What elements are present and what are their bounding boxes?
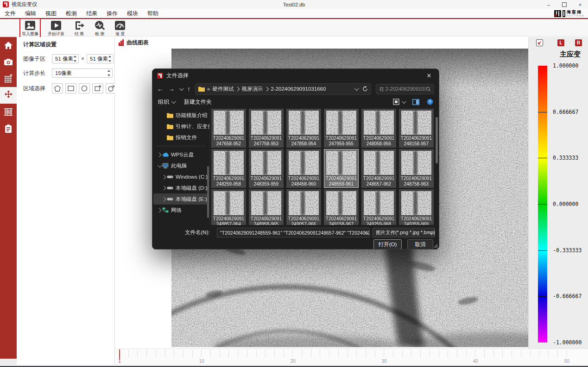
file-thumbnail: [214, 151, 244, 175]
expand-chevron-icon[interactable]: [161, 186, 166, 190]
recent-locations-chevron-icon[interactable]: [179, 86, 184, 91]
tree-item[interactable]: 本地磁盘 (E:): [153, 193, 209, 205]
toolbar-speed-button[interactable]: 速 度: [113, 19, 127, 38]
filename-input[interactable]: "T20240629091248559-961" "T2024062909124…: [217, 228, 370, 237]
file-tile-T20240629091248058-956[interactable]: T20240629091 248058-956: [361, 109, 396, 148]
dialog-title-bar[interactable]: 文件选择 ✕: [152, 69, 439, 82]
file-scrollbar[interactable]: [436, 110, 438, 221]
spinner-arrows-icon[interactable]: [107, 70, 110, 76]
sidebar-item-mesh[interactable]: [0, 87, 17, 104]
timeline-label-10: 10: [199, 359, 204, 364]
region-tool-polygon-button[interactable]: [52, 83, 63, 93]
expand-chevron-icon[interactable]: [157, 152, 161, 157]
file-tile-T20240629091248259-958[interactable]: T20240629091 248259-958: [211, 149, 246, 188]
collapse-chevron-icon[interactable]: [157, 163, 162, 168]
file-tile-T20240629091248458-960[interactable]: T20240629091 248458-960: [286, 149, 321, 188]
tree-item[interactable]: 此电脑: [153, 160, 209, 171]
tree-item[interactable]: Windows (C:): [153, 171, 209, 182]
dialog-close-button[interactable]: ✕: [419, 69, 439, 82]
sidebar-item-report[interactable]: [0, 120, 17, 137]
region-tool-circle-button[interactable]: [79, 83, 90, 93]
resize-grip[interactable]: [434, 244, 437, 248]
subset-height-spinner[interactable]: 51 像素: [87, 54, 114, 63]
file-tile-T20240629091248857-964[interactable]: T20240629091 248857-964: [211, 189, 246, 228]
tree-item[interactable]: 报销文件: [153, 132, 209, 143]
file-tile-T20240629091248958-965[interactable]: T20240629091 248958-965: [249, 189, 284, 228]
forward-button[interactable]: →: [168, 86, 175, 92]
sidebar-item-grid-edit[interactable]: [0, 70, 17, 87]
sidebar-item-camera[interactable]: [0, 54, 17, 70]
breadcrumb-item[interactable]: 2-20240629091031660: [271, 86, 326, 92]
expand-chevron-icon[interactable]: [161, 174, 166, 179]
timeline-label-1: 1: [118, 359, 121, 364]
subset-width-spinner[interactable]: 51 像素: [52, 54, 79, 63]
region-tool-erase-rect-button[interactable]: [92, 83, 103, 93]
address-bar[interactable]: « 硬件测试 视屏演示 2-20240629091031660: [195, 83, 371, 95]
search-input[interactable]: 在 2-2024062909103166...: [376, 84, 434, 94]
maximize-button[interactable]: [556, 0, 572, 9]
right-camera-button[interactable]: R: [575, 39, 582, 46]
file-tile-T20240629091248657-962[interactable]: T20240629091 248657-962: [361, 149, 396, 188]
timeline-cursor[interactable]: [119, 349, 120, 359]
tree-item[interactable]: 网络: [153, 205, 209, 216]
menu-item-6[interactable]: 操作: [102, 9, 122, 18]
sidebar-item-home[interactable]: [0, 37, 17, 54]
menu-item-3[interactable]: 视图: [41, 9, 61, 18]
back-button[interactable]: ←: [157, 86, 164, 92]
file-tile-T20240629091249057-966[interactable]: T20240629091 249057-966: [286, 189, 321, 228]
refresh-icon[interactable]: [362, 86, 368, 92]
minimize-button[interactable]: –: [541, 0, 556, 9]
file-thumbnail: [214, 111, 244, 135]
tree-item[interactable]: 本地磁盘 (D:): [153, 182, 209, 193]
file-tile-T20240629091248158-957[interactable]: T20240629091 248158-957: [399, 109, 434, 148]
menu-item-2[interactable]: 编辑: [20, 9, 41, 18]
toolbar-import-image-button[interactable]: 导入图像: [20, 19, 40, 38]
file-tile-T20240629091247959-955[interactable]: T20240629091 247959-955: [324, 109, 359, 148]
sidebar-item-extensometer[interactable]: [0, 104, 17, 120]
tree-item[interactable]: WPS云盘: [153, 149, 209, 160]
new-folder-button[interactable]: 新建文件夹: [184, 98, 212, 106]
view-mode-button[interactable]: [393, 99, 405, 105]
file-tile-T20240629091248559-961[interactable]: T20240629091 248559-961: [324, 149, 359, 188]
toolbar-inspect-button[interactable]: 检 测: [93, 19, 107, 38]
file-tile-T20240629091247858-954[interactable]: T20240629091 247858-954: [286, 109, 321, 148]
organize-button[interactable]: 组织: [158, 98, 175, 106]
file-tile-T20240629091247758-953[interactable]: T20240629091 247758-953: [249, 109, 284, 148]
menu-item-8[interactable]: 帮助: [143, 9, 163, 18]
dock-left-button[interactable]: [536, 39, 543, 46]
file-tile-T20240629091248758-963[interactable]: T20240629091 248758-963: [399, 149, 434, 188]
menu-item-7[interactable]: 模块: [122, 9, 143, 18]
preview-pane-icon[interactable]: [412, 99, 419, 105]
menu-item-4[interactable]: 检测: [61, 9, 82, 18]
expand-chevron-icon[interactable]: [157, 208, 161, 212]
breadcrumb-item[interactable]: 视屏演示: [241, 86, 263, 93]
region-tool-rectangle-button[interactable]: [65, 83, 76, 93]
cancel-button[interactable]: 取消: [407, 239, 433, 249]
close-button[interactable]: ×: [572, 0, 588, 9]
file-tile-T20240629091247658-952[interactable]: T20240629091 247658-952: [211, 109, 246, 148]
left-camera-button[interactable]: L: [557, 39, 564, 46]
step-spinner[interactable]: 15像素: [52, 68, 113, 78]
file-tile-T20240629091248359-959[interactable]: T20240629091 248359-959: [249, 149, 284, 188]
address-dropdown-icon[interactable]: [354, 86, 359, 91]
expand-chevron-icon[interactable]: [161, 197, 166, 201]
tree-item[interactable]: 功能模版介绍: [153, 110, 209, 121]
tree-item[interactable]: 引伸计、应变仪: [153, 121, 209, 132]
file-tile-T20240629091249359-969[interactable]: T20240629091 249359-969: [399, 189, 434, 228]
filetype-combo[interactable]: 图片文件(*.png *.jpg *.bmp): [373, 228, 435, 237]
spinner-arrows-icon[interactable]: [74, 56, 76, 62]
timeline-tick: [146, 350, 147, 357]
menu-item-1[interactable]: 文件: [0, 9, 20, 18]
tree-scrollbar[interactable]: [207, 166, 209, 218]
open-button[interactable]: 打开(O): [373, 239, 402, 249]
help-icon[interactable]: ?: [427, 99, 433, 105]
up-button[interactable]: ↑: [187, 86, 190, 92]
menu-item-5[interactable]: 结果: [82, 9, 102, 18]
spinner-arrows-icon[interactable]: [108, 56, 111, 62]
file-tile-T20240629091249259-968[interactable]: T20240629091 249259-968: [361, 189, 396, 228]
file-tile-T20240629091249158-967[interactable]: T20240629091 249158-967: [324, 189, 359, 228]
toolbar-results-button[interactable]: 结 果: [72, 19, 86, 38]
breadcrumb-item[interactable]: 硬件测试: [212, 86, 234, 93]
toolbar-start-calc-button[interactable]: 开始计算: [46, 19, 66, 38]
frame-timeline[interactable]: 11020304050: [115, 348, 588, 365]
